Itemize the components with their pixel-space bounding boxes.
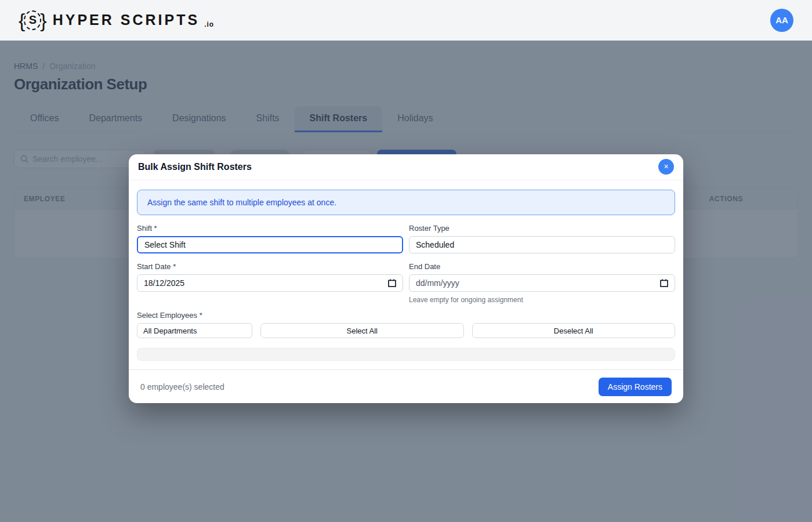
employee-list-empty (137, 348, 675, 361)
shift-label: Shift * (137, 224, 403, 233)
close-button[interactable]: × (658, 159, 674, 175)
info-banner-text: Assign the same shift to multiple employ… (147, 198, 336, 207)
calendar-icon[interactable] (660, 279, 668, 287)
close-icon: × (664, 162, 668, 171)
department-filter-select[interactable]: All Departments (137, 323, 252, 338)
start-date-label: Start Date * (137, 262, 403, 271)
app-root: { S } HYPER SCRIPTS .io AA HRMS / Organi… (0, 0, 812, 522)
department-filter-value: All Departments (143, 327, 197, 335)
start-date-input[interactable]: 18/12/2025 (137, 274, 403, 292)
modal-header: Bulk Assign Shift Rosters × (129, 154, 683, 180)
end-date-input[interactable]: dd/mm/yyyy (409, 274, 675, 292)
logo-brace-right: } (40, 10, 46, 30)
start-date-value: 18/12/2025 (144, 278, 184, 288)
logo-text: HYPER SCRIPTS (53, 12, 200, 28)
end-date-placeholder: dd/mm/yyyy (416, 278, 459, 288)
logo-suffix: .io (204, 20, 214, 28)
modal-footer: 0 employee(s) selected Assign Rosters (129, 369, 683, 403)
logo-mark-icon: { S } (19, 10, 47, 30)
info-banner: Assign the same shift to multiple employ… (137, 190, 675, 215)
app-header: { S } HYPER SCRIPTS .io AA (0, 0, 812, 41)
deselect-all-button[interactable]: Deselect All (472, 323, 676, 338)
roster-type-value: Scheduled (416, 240, 454, 249)
end-date-helper: Leave empty for ongoing assignment (409, 296, 675, 304)
shift-field-group: Shift * Select Shift (137, 224, 403, 253)
employee-controls: All Departments Select All Deselect All (137, 323, 675, 338)
selected-count: 0 employee(s) selected (140, 382, 224, 392)
select-all-button[interactable]: Select All (260, 323, 464, 338)
shift-select-value: Select Shift (144, 240, 186, 249)
roster-type-field-group: Roster Type Scheduled (409, 224, 675, 253)
roster-type-select[interactable]: Scheduled (409, 236, 675, 253)
form-row-1: Shift * Select Shift Roster Type Schedul… (137, 224, 675, 253)
bulk-assign-modal: Bulk Assign Shift Rosters × Assign the s… (129, 154, 683, 403)
avatar[interactable]: AA (770, 9, 793, 32)
roster-type-label: Roster Type (409, 224, 675, 233)
brand-logo[interactable]: { S } HYPER SCRIPTS .io (19, 10, 214, 30)
calendar-icon[interactable] (388, 279, 396, 287)
logo-s-icon: S (24, 10, 41, 30)
end-date-field-group: End Date dd/mm/yyyy Leave empty for ongo… (409, 262, 675, 304)
shift-select[interactable]: Select Shift (137, 236, 403, 253)
start-date-field-group: Start Date * 18/12/2025 (137, 262, 403, 304)
select-employees-label: Select Employees * (137, 311, 675, 320)
end-date-label: End Date (409, 262, 675, 271)
modal-title: Bulk Assign Shift Rosters (138, 162, 252, 172)
modal-body: Assign the same shift to multiple employ… (129, 180, 683, 369)
select-employees-group: Select Employees * All Departments Selec… (137, 311, 675, 361)
assign-rosters-button[interactable]: Assign Rosters (599, 378, 672, 396)
form-row-2: Start Date * 18/12/2025 End Date (137, 262, 675, 304)
